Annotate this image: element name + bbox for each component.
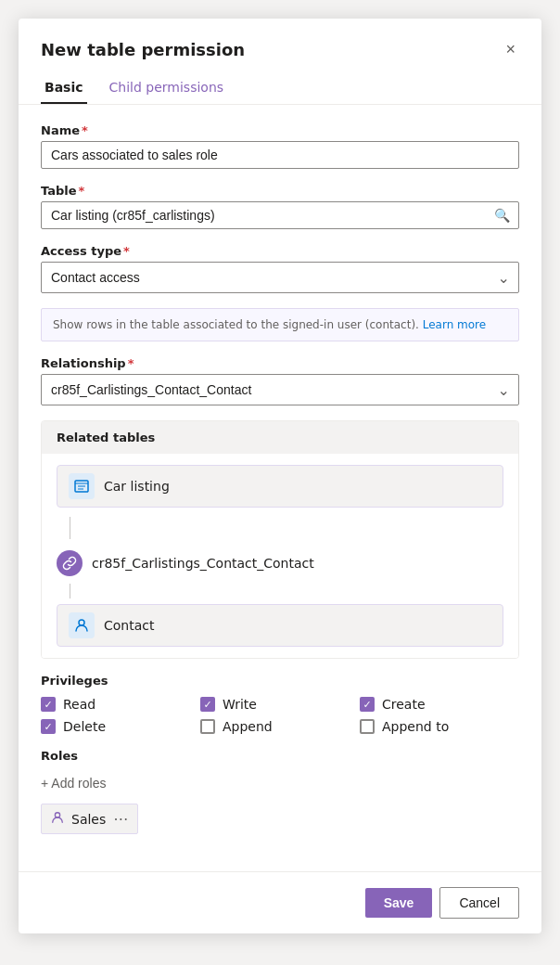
role-tag-sales: Sales ⋯: [41, 804, 138, 834]
svg-point-4: [79, 620, 84, 625]
privileges-title: Privileges: [41, 674, 519, 688]
related-tables-header: Related tables: [42, 421, 518, 454]
person-role-icon: [51, 811, 64, 827]
related-table-item-contact[interactable]: Contact: [57, 604, 503, 647]
modal-header: New table permission ×: [19, 19, 541, 61]
contact-label: Contact: [104, 618, 154, 633]
access-type-select-wrapper: Contact access ⌄: [41, 262, 519, 293]
related-table-item-relationship: [57, 513, 503, 543]
table-input-wrapper: 🔍: [41, 201, 519, 229]
relationship-select[interactable]: cr85f_Carlistings_Contact_Contact: [41, 374, 519, 405]
modal-title: New table permission: [41, 40, 245, 59]
car-listing-label: Car listing: [104, 479, 170, 494]
name-label: Name*: [41, 123, 519, 137]
roles-list: Sales ⋯: [41, 804, 519, 834]
relationship-group: Relationship* cr85f_Carlistings_Contact_…: [41, 356, 519, 405]
checkbox-append: [200, 719, 215, 734]
related-tables-section: Related tables Car listing: [41, 420, 519, 659]
privilege-read[interactable]: ✓ Read: [41, 697, 200, 712]
privilege-append[interactable]: Append: [200, 719, 360, 734]
roles-title: Roles: [41, 749, 519, 763]
modal-footer: Save Cancel: [19, 871, 541, 933]
learn-more-link[interactable]: Learn more: [423, 318, 486, 331]
checkbox-delete: ✓: [41, 719, 56, 734]
cancel-button[interactable]: Cancel: [439, 887, 519, 919]
privilege-write[interactable]: ✓ Write: [200, 697, 360, 712]
tabs-bar: Basic Child permissions: [19, 61, 541, 105]
table-label: Table*: [41, 184, 519, 198]
tab-child-permissions[interactable]: Child permissions: [106, 72, 228, 104]
modal-body: Name* Table* 🔍 Access type* Contact acce…: [19, 105, 541, 871]
role-name: Sales: [71, 812, 106, 827]
related-tables-body: Car listing cr85f_Carlistings_C: [42, 454, 518, 658]
privilege-append-to[interactable]: Append to: [360, 719, 519, 734]
name-group: Name*: [41, 123, 519, 169]
related-table-item-car-listing[interactable]: Car listing: [57, 465, 503, 508]
access-type-label: Access type*: [41, 244, 519, 258]
access-type-group: Access type* Contact access ⌄: [41, 244, 519, 293]
relationship-label-text: cr85f_Carlistings_Contact_Contact: [92, 556, 314, 571]
link-icon-relationship: [57, 550, 83, 576]
name-input[interactable]: [41, 141, 519, 169]
close-button[interactable]: ×: [502, 37, 519, 61]
save-button[interactable]: Save: [365, 888, 433, 918]
privileges-grid: ✓ Read ✓ Write ✓ Create: [41, 697, 519, 734]
role-menu-icon[interactable]: ⋯: [113, 810, 128, 828]
roles-section: Roles + Add roles Sales ⋯: [41, 749, 519, 834]
checkbox-write: ✓: [200, 697, 215, 712]
access-type-select[interactable]: Contact access: [41, 262, 519, 293]
tab-basic[interactable]: Basic: [41, 72, 87, 104]
modal: New table permission × Basic Child permi…: [19, 19, 541, 933]
checkbox-append-to: [360, 719, 375, 734]
svg-point-5: [55, 813, 59, 817]
privileges-section: Privileges ✓ Read ✓ Write ✓: [41, 674, 519, 734]
info-box: Show rows in the table associated to the…: [41, 308, 519, 341]
relationship-label: Relationship*: [41, 356, 519, 370]
table-icon-car-listing: [69, 473, 95, 499]
person-icon-contact: [69, 612, 95, 638]
checkbox-read: ✓: [41, 697, 56, 712]
table-group: Table* 🔍: [41, 184, 519, 229]
relationship-select-wrapper: cr85f_Carlistings_Contact_Contact ⌄: [41, 374, 519, 405]
search-icon: 🔍: [494, 208, 510, 223]
privilege-delete[interactable]: ✓ Delete: [41, 719, 200, 734]
add-roles-button[interactable]: + Add roles: [41, 772, 106, 794]
table-input[interactable]: [41, 201, 519, 229]
checkbox-create: ✓: [360, 697, 375, 712]
relationship-row: cr85f_Carlistings_Contact_Contact: [57, 548, 503, 578]
privilege-create[interactable]: ✓ Create: [360, 697, 519, 712]
